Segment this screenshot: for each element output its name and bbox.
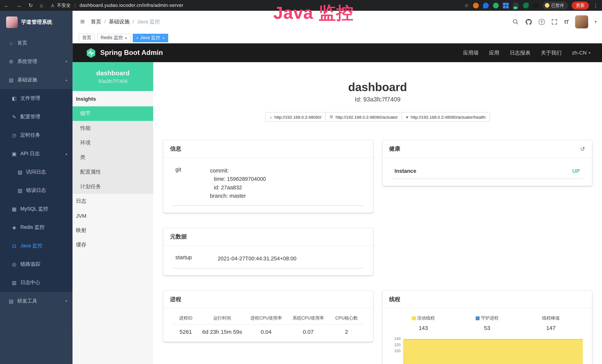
locale-select[interactable]: zh-CN ▾ — [572, 50, 591, 56]
browser-update-button[interactable]: 更新 — [572, 1, 589, 9]
github-icon[interactable] — [526, 18, 532, 25]
sidebar-item-home[interactable]: ⌂ 首页 — [0, 34, 73, 52]
sidebar-item-dev-tools[interactable]: ▤ 研发工具 ▾ — [0, 292, 73, 310]
tab-java-monitor[interactable]: ● Java 监控 × — [133, 33, 168, 42]
extension-icon-4[interactable] — [503, 2, 509, 8]
sidebar-item-label: 文件管理 — [20, 95, 40, 102]
forward-icon[interactable]: → — [16, 2, 22, 8]
sidebar-item-mysql-monitor[interactable]: ▦ MySQL 监控 — [0, 200, 73, 218]
trace-icon: ◎ — [11, 261, 17, 267]
sba-content: dashboard Id: 93a3fc7f7409 ⌂ http://192.… — [153, 62, 602, 364]
reload-icon[interactable]: ↻ — [28, 2, 33, 8]
breadcrumb-current: Java 监控 — [137, 18, 160, 25]
app-title: 芋道管理系统 — [21, 19, 52, 26]
info-line: time: 1596289704000 — [214, 175, 361, 183]
app-logo[interactable]: 芋道管理系统 — [0, 11, 73, 34]
sidebar-item-java-monitor[interactable]: ⊡ Java 监控 — [0, 237, 73, 255]
sba-header: Spring Boot Admin 应用墙 应用 日志报表 关于我们 zh-CN… — [73, 43, 602, 62]
extension-icon-3[interactable] — [493, 2, 499, 8]
browser-menu-icon[interactable]: ⋮ — [593, 2, 598, 8]
collapse-sidebar-icon[interactable]: ≡ — [78, 17, 87, 26]
instance-links: ⌂ http://192.168.0.2:48080/ ⚙ http://192… — [163, 112, 592, 122]
extension-icon-5[interactable] — [523, 2, 528, 8]
paused-badge[interactable]: 已暂停 — [543, 2, 568, 9]
help-icon[interactable]: ? — [538, 19, 545, 25]
sidebar-item-label: Redis 监控 — [20, 224, 44, 231]
sidebar-item-api-log[interactable]: ▣ API 日志 ▴ — [0, 144, 73, 163]
paused-label: 已暂停 — [551, 2, 564, 8]
sidebar-item-system[interactable]: ⚙ 系统管理 ▾ — [0, 52, 73, 71]
bookmark-star-icon[interactable]: ☆ — [464, 2, 469, 8]
info-line: commit: — [210, 166, 361, 175]
chevron-down-icon: ▾ — [65, 60, 67, 64]
daemon-threads-swatch-icon — [475, 316, 479, 320]
history-icon[interactable]: ↺ — [580, 145, 585, 152]
font-size-icon[interactable]: tT — [564, 19, 569, 25]
search-icon[interactable] — [512, 18, 519, 25]
extension-icon-1[interactable] — [473, 2, 479, 8]
sba-item-details[interactable]: 细节 — [73, 107, 153, 121]
sba-group-jvm[interactable]: JVM — [73, 208, 153, 223]
sba-item-config-props[interactable]: 配置属性 — [73, 165, 153, 179]
sidebar-item-file-manage[interactable]: ◧ 文件管理 — [0, 89, 73, 107]
sidebar-item-label: API 日志 — [20, 150, 40, 157]
sba-item-scheduled-tasks[interactable]: 计划任务 — [73, 179, 153, 194]
sba-nav-applications[interactable]: 应用 — [489, 49, 499, 56]
extension-icon-2[interactable] — [483, 2, 489, 8]
tab-label: Redis 监控 — [101, 34, 123, 41]
service-url-link[interactable]: ⌂ http://192.168.0.2:48080/ — [265, 112, 326, 122]
card-title: 健康 — [389, 145, 400, 152]
instance-id-line: Id: 93a3fc7f7409 — [163, 96, 592, 103]
breadcrumb-home[interactable]: 首页 — [91, 18, 101, 25]
close-icon[interactable]: × — [162, 36, 165, 40]
health-url-link[interactable]: ♥ http://192.168.0.2:48080/actuator/heal… — [402, 112, 490, 122]
file-icon: ◧ — [11, 96, 17, 101]
sidebar-item-error-log[interactable]: ▧ 错误日志 — [0, 181, 73, 200]
browser-home-icon[interactable]: ⌂ — [40, 2, 43, 8]
extension-icon-6[interactable] — [533, 2, 538, 8]
sba-item-metrics[interactable]: 性能 — [73, 121, 153, 136]
avatar[interactable] — [575, 15, 588, 28]
close-icon[interactable]: × — [125, 36, 127, 40]
sidebar-item-trace[interactable]: ◎ 链路追踪 — [0, 255, 73, 273]
breadcrumb-infra[interactable]: 基础设施 — [109, 18, 129, 25]
extension-icon-on[interactable]: on — [513, 2, 519, 8]
sba-group-caches[interactable]: 缓存 — [73, 238, 153, 252]
sba-nav-journal[interactable]: 日志报表 — [510, 49, 530, 56]
actuator-url-link[interactable]: ⚙ http://192.168.0.2:48080/actuator — [325, 112, 402, 122]
tab-home[interactable]: 首页 — [79, 33, 95, 42]
instance-header[interactable]: dashboard 93a3fc7f7409 — [73, 62, 153, 91]
fullscreen-icon[interactable] — [551, 18, 558, 25]
health-label: Instance — [395, 168, 416, 174]
java-monitor-icon: ⊡ — [11, 243, 17, 249]
process-uptime: 6d 23h 15m 59s — [199, 325, 245, 335]
security-label[interactable]: 不安全 — [57, 2, 71, 9]
sba-group-logs[interactable]: 日志 — [73, 194, 153, 209]
address-bar[interactable]: dashboard.yudao.iocoder.cn/infra/admin-s… — [80, 3, 183, 8]
sba-brand-title[interactable]: Spring Boot Admin — [100, 49, 163, 57]
clock-icon: ◷ — [11, 132, 17, 138]
sba-nav-about[interactable]: 关于我们 — [541, 49, 562, 56]
process-table: 进程ID 运行时间 进程CPU使用率 系统CPU使用率 CPU核心数 5261 … — [172, 315, 364, 335]
card-title: 线程 — [382, 291, 592, 308]
sba-item-environment[interactable]: 环境 — [73, 136, 153, 150]
sidebar-item-infra[interactable]: ▤ 基础设施 ▴ — [0, 71, 73, 89]
back-icon[interactable]: ← — [4, 2, 9, 8]
sidebar-item-redis-monitor[interactable]: ◈ Redis 监控 — [0, 218, 73, 236]
admin-sidebar: 芋道管理系统 ⌂ 首页 ⚙ 系统管理 ▾ ▤ 基础设施 ▴ — [0, 11, 73, 364]
sba-group-mappings[interactable]: 映射 — [73, 223, 153, 238]
health-instance-row: Instance UP — [391, 165, 583, 179]
sba-nav-wallboard[interactable]: 应用墙 — [463, 49, 479, 56]
avatar-caret-icon[interactable]: ▾ — [595, 20, 597, 24]
tab-label: Java 监控 — [140, 34, 160, 41]
chevron-down-icon: ▾ — [589, 51, 590, 55]
sidebar-item-config-manage[interactable]: ✎ 配置管理 — [0, 107, 73, 126]
tab-redis-monitor[interactable]: Redis 监控 × — [97, 33, 131, 42]
y-tick: 120 — [391, 342, 401, 348]
sidebar-item-log-center[interactable]: ▥ 日志中心 — [0, 273, 73, 292]
sba-item-classes[interactable]: 类 — [73, 150, 153, 165]
sidebar-item-label: 基础设施 — [17, 76, 37, 83]
locale-label: zh-CN — [572, 50, 587, 56]
sidebar-item-scheduled-job[interactable]: ◷ 定时任务 — [0, 126, 73, 144]
sidebar-item-access-log[interactable]: ▨ 访问日志 — [0, 163, 73, 181]
